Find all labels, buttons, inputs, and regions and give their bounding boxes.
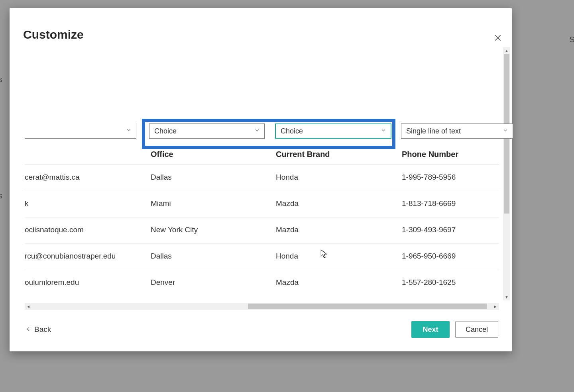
table-row: ociisnatoque.com New York City Mazda 1-3… bbox=[25, 218, 499, 244]
column-header-row: Office Current Brand Phone Number bbox=[25, 147, 499, 165]
cell-email: rcu@conubianostraper.edu bbox=[25, 252, 144, 261]
background-text: Si bbox=[569, 35, 574, 44]
table-row: k Miami Mazda 1-813-718-6669 bbox=[25, 191, 499, 218]
column-type-select-phone[interactable]: Single line of text bbox=[401, 123, 513, 139]
cell-brand: Mazda bbox=[276, 225, 299, 234]
background-text: s bbox=[0, 75, 2, 84]
column-type-select-office[interactable]: Choice bbox=[149, 123, 265, 139]
modal-footer: Back Next Cancel bbox=[10, 320, 512, 340]
back-link[interactable]: Back bbox=[26, 325, 51, 334]
scroll-down-icon[interactable]: ▼ bbox=[503, 293, 510, 300]
cell-phone: 1-813-718-6669 bbox=[402, 199, 456, 208]
close-button[interactable] bbox=[491, 32, 505, 45]
chevron-left-icon bbox=[26, 325, 31, 334]
scroll-up-icon[interactable]: ▲ bbox=[503, 47, 510, 54]
cell-email: k bbox=[25, 199, 144, 208]
cell-office: Dallas bbox=[151, 173, 172, 182]
chevron-down-icon bbox=[254, 127, 260, 135]
content-area: Choice Choice Single line of text Office… bbox=[25, 120, 499, 303]
column-type-select-brand[interactable]: Choice bbox=[275, 123, 391, 139]
cell-phone: 1-309-493-9697 bbox=[402, 225, 456, 234]
table-row: cerat@mattis.ca Dallas Honda 1-995-789-5… bbox=[25, 165, 499, 191]
cell-office: Miami bbox=[151, 199, 171, 208]
data-rows: cerat@mattis.ca Dallas Honda 1-995-789-5… bbox=[25, 165, 499, 296]
cell-email: oulumlorem.edu bbox=[25, 278, 144, 287]
customize-modal: Customize ▲ ▼ Choice Choice Sin bbox=[10, 8, 512, 351]
cell-phone: 1-995-789-5956 bbox=[402, 173, 456, 182]
column-header-office: Office bbox=[151, 150, 173, 159]
cell-email: ociisnatoque.com bbox=[25, 225, 144, 234]
cell-phone: 1-557-280-1625 bbox=[402, 278, 456, 287]
modal-title: Customize bbox=[23, 28, 84, 41]
cell-brand: Honda bbox=[276, 173, 298, 182]
back-label: Back bbox=[34, 325, 51, 334]
column-header-phone: Phone Number bbox=[402, 150, 458, 159]
chevron-down-icon bbox=[380, 127, 387, 135]
cell-brand: Mazda bbox=[276, 278, 299, 287]
cell-office: Dallas bbox=[151, 252, 172, 261]
scroll-right-icon[interactable]: ► bbox=[492, 303, 499, 310]
select-value: Choice bbox=[154, 127, 177, 135]
cell-office: New York City bbox=[151, 225, 198, 234]
background-text: s bbox=[0, 191, 2, 200]
close-icon bbox=[494, 34, 502, 43]
scroll-left-icon[interactable]: ◄ bbox=[25, 303, 32, 310]
column-header-brand: Current Brand bbox=[276, 150, 330, 159]
chevron-down-icon bbox=[126, 127, 132, 135]
cell-brand: Mazda bbox=[276, 199, 299, 208]
cancel-button[interactable]: Cancel bbox=[455, 321, 498, 338]
cell-email: cerat@mattis.ca bbox=[25, 173, 144, 182]
column-type-select-email[interactable] bbox=[25, 123, 136, 139]
next-button[interactable]: Next bbox=[411, 321, 450, 338]
chevron-down-icon bbox=[502, 127, 509, 135]
cell-brand: Honda bbox=[276, 252, 298, 261]
horizontal-scrollbar[interactable]: ◄ ► bbox=[25, 303, 499, 310]
scroll-thumb[interactable] bbox=[248, 304, 487, 309]
table-row: rcu@conubianostraper.edu Dallas Honda 1-… bbox=[25, 244, 499, 270]
vertical-scrollbar[interactable]: ▲ ▼ bbox=[503, 47, 510, 300]
cell-phone: 1-965-950-6669 bbox=[402, 252, 456, 261]
type-selector-row: Choice Choice Single line of text bbox=[25, 123, 499, 143]
table-row: oulumlorem.edu Denver Mazda 1-557-280-16… bbox=[25, 270, 499, 296]
select-value: Choice bbox=[281, 127, 303, 135]
cell-office: Denver bbox=[151, 278, 175, 287]
select-value: Single line of text bbox=[406, 127, 461, 135]
